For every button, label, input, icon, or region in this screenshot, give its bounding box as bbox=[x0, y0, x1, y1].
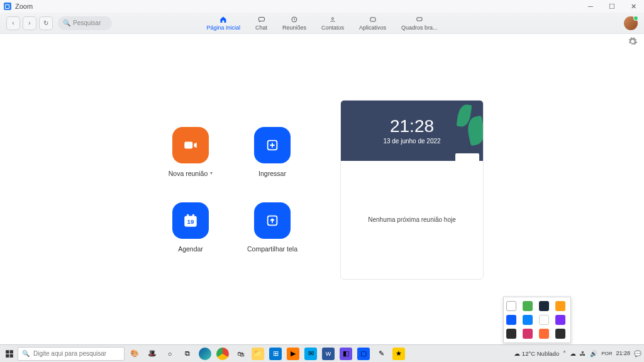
tray-icon[interactable] bbox=[539, 329, 549, 339]
tray-steam-icon[interactable] bbox=[539, 301, 549, 311]
taskbar-app-icons: 🎨 🎩 ○ ⧉ 🛍 📁 ⊞ ▶ ✉ W ◧ ▢ ✎ ★ bbox=[128, 348, 405, 360]
task-view-icon[interactable]: ⧉ bbox=[181, 348, 194, 360]
profile-avatar[interactable] bbox=[624, 16, 638, 30]
tray-icon[interactable] bbox=[555, 301, 565, 311]
no-meetings-text: Nenhuma próxima reunião hoje bbox=[368, 216, 456, 223]
tab-meetings[interactable]: Reuniões bbox=[282, 16, 306, 31]
volume-icon[interactable]: 🔊 bbox=[590, 350, 597, 357]
tab-home[interactable]: Página Inicial bbox=[206, 16, 240, 31]
history-button[interactable]: ↻ bbox=[39, 16, 53, 30]
windows-taskbar: 🔍 Digite aqui para pesquisar 🎨 🎩 ○ ⧉ 🛍 📁… bbox=[0, 344, 644, 362]
plant-pot-decoration bbox=[455, 153, 479, 170]
svg-rect-14 bbox=[10, 350, 13, 353]
tab-label: Reuniões bbox=[282, 25, 306, 31]
tile-label: Nova reunião bbox=[169, 170, 208, 177]
store-icon[interactable]: 🛍 bbox=[234, 348, 247, 360]
close-button[interactable]: ✕ bbox=[623, 0, 644, 13]
tray-icon[interactable] bbox=[539, 315, 549, 325]
maximize-button[interactable]: ☐ bbox=[601, 0, 623, 13]
window-title: Zoom bbox=[15, 3, 33, 10]
tab-label: Quadros bra... bbox=[401, 25, 438, 31]
zoom-logo-icon bbox=[4, 3, 11, 10]
tab-label: Chat bbox=[255, 25, 267, 31]
search-input[interactable]: 🔍 Pesquisar bbox=[58, 16, 112, 30]
calendar-icon: 19 bbox=[172, 202, 209, 239]
language-icon[interactable]: POR bbox=[601, 351, 612, 356]
app-icon[interactable]: ▶ bbox=[287, 348, 299, 360]
current-time: 21:28 bbox=[390, 116, 434, 136]
svg-point-11 bbox=[192, 214, 194, 216]
taskbar-search-placeholder: Digite aqui para pesquisar bbox=[33, 350, 106, 357]
app-icon[interactable]: ◧ bbox=[340, 348, 352, 360]
tray-icon[interactable] bbox=[506, 329, 516, 339]
tray-bluetooth-icon[interactable] bbox=[523, 315, 533, 325]
svg-point-10 bbox=[187, 214, 189, 216]
app-icon[interactable]: ✎ bbox=[375, 348, 387, 360]
app-icon[interactable]: ▢ bbox=[357, 348, 370, 360]
whiteboard-icon bbox=[414, 16, 424, 23]
tray-icon[interactable] bbox=[523, 329, 533, 339]
current-date: 13 de junho de 2022 bbox=[383, 138, 440, 145]
nav-forward-button[interactable]: › bbox=[23, 16, 36, 30]
minimize-button[interactable]: ─ bbox=[580, 0, 601, 13]
app-icon[interactable]: 🎩 bbox=[146, 348, 158, 360]
tab-label: Página Inicial bbox=[206, 25, 240, 31]
tray-icon[interactable] bbox=[506, 301, 516, 311]
svg-rect-4 bbox=[417, 18, 422, 21]
clock-icon bbox=[289, 16, 299, 23]
tab-label: Aplicativos bbox=[359, 25, 386, 31]
weather-widget[interactable]: ☁ 12°C Nublado bbox=[514, 350, 559, 357]
app-icon[interactable]: ✉ bbox=[304, 348, 317, 360]
tray-icon[interactable] bbox=[523, 301, 533, 311]
join-button[interactable]: Ingressar bbox=[242, 127, 303, 177]
svg-rect-13 bbox=[6, 350, 9, 353]
taskbar-search-input[interactable]: 🔍 Digite aqui para pesquisar bbox=[18, 347, 125, 361]
search-icon: 🔍 bbox=[22, 350, 30, 357]
notifications-icon[interactable]: 💬 bbox=[634, 350, 641, 357]
top-nav: Página Inicial Chat Reuniões Contatos Ap… bbox=[206, 16, 437, 31]
onedrive-icon[interactable]: ☁ bbox=[570, 350, 576, 357]
taskbar-right: ☁ 12°C Nublado ˄ ☁ 🖧 🔊 POR 21:28 💬 bbox=[514, 350, 641, 357]
svg-rect-15 bbox=[6, 354, 9, 357]
share-screen-button[interactable]: Compartilhar tela bbox=[242, 202, 303, 253]
network-icon[interactable]: 🖧 bbox=[580, 350, 586, 357]
tray-zoom-icon[interactable] bbox=[506, 315, 516, 325]
tab-contacts[interactable]: Contatos bbox=[321, 16, 344, 31]
app-icon[interactable]: 🎨 bbox=[128, 348, 141, 360]
start-button[interactable] bbox=[3, 347, 16, 361]
chevron-down-icon[interactable]: ▾ bbox=[210, 170, 213, 176]
tab-whiteboards[interactable]: Quadros bra... bbox=[401, 16, 438, 31]
home-icon bbox=[219, 16, 228, 23]
chat-icon bbox=[257, 16, 266, 23]
tab-label: Contatos bbox=[321, 25, 344, 31]
edge-icon[interactable] bbox=[199, 348, 211, 360]
svg-rect-0 bbox=[258, 17, 264, 21]
tray-chevron-up-icon[interactable]: ˄ bbox=[563, 350, 566, 357]
word-icon[interactable]: W bbox=[322, 348, 335, 360]
panel-body: Nenhuma próxima reunião hoje bbox=[341, 161, 483, 279]
upcoming-panel: 21:28 13 de junho de 2022 Nenhuma próxim… bbox=[340, 100, 484, 280]
plant-decoration bbox=[447, 101, 484, 161]
search-icon: 🔍 bbox=[63, 19, 70, 26]
app-icon[interactable]: ⊞ bbox=[269, 348, 282, 360]
svg-text:19: 19 bbox=[187, 218, 194, 225]
schedule-button[interactable]: 19 Agendar bbox=[160, 202, 221, 253]
tab-apps[interactable]: Aplicativos bbox=[359, 16, 386, 31]
search-placeholder: Pesquisar bbox=[73, 19, 101, 26]
share-arrow-icon bbox=[254, 202, 291, 239]
tab-chat[interactable]: Chat bbox=[255, 16, 267, 31]
app-icon[interactable]: ★ bbox=[392, 348, 405, 360]
explorer-icon[interactable]: 📁 bbox=[252, 348, 264, 360]
cortana-icon[interactable]: ○ bbox=[164, 348, 176, 360]
tray-icon[interactable] bbox=[555, 315, 565, 325]
tray-xbox-icon[interactable] bbox=[555, 329, 565, 339]
svg-rect-3 bbox=[370, 18, 375, 21]
tile-label: Compartilhar tela bbox=[247, 245, 297, 253]
nav-back-button[interactable]: ‹ bbox=[6, 16, 20, 30]
new-meeting-button[interactable]: Nova reunião▾ bbox=[160, 127, 221, 177]
chrome-icon[interactable] bbox=[216, 348, 229, 360]
video-icon bbox=[172, 127, 209, 163]
contacts-icon bbox=[328, 16, 338, 23]
taskbar-clock[interactable]: 21:28 bbox=[616, 351, 630, 356]
svg-rect-5 bbox=[184, 141, 192, 148]
